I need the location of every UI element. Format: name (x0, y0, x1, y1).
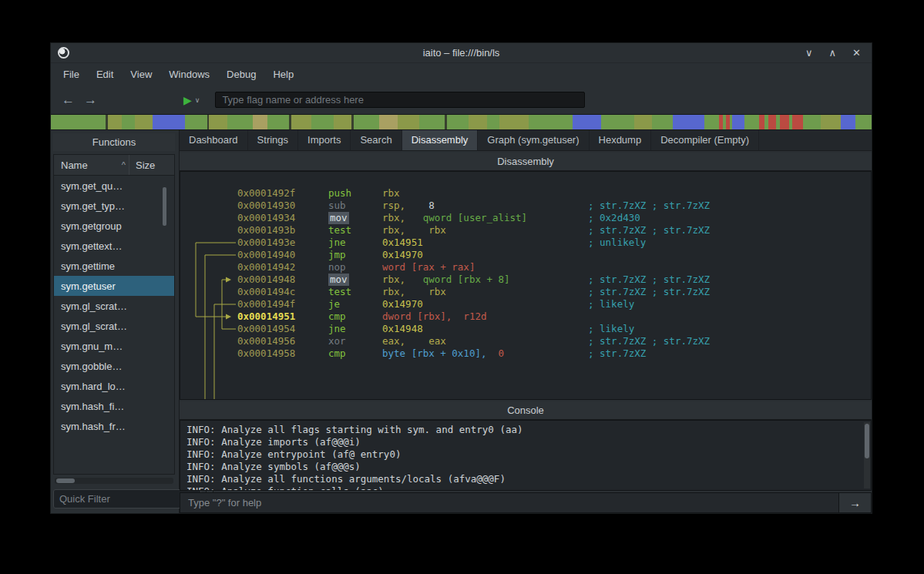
tab-search[interactable]: Search (351, 130, 402, 150)
name-column-header[interactable]: Name ^ (54, 159, 129, 171)
function-row[interactable]: sym.get_qu… (54, 176, 174, 196)
menu-item-debug[interactable]: Debug (218, 65, 264, 83)
disassembly-panel-title[interactable]: Disassembly (180, 153, 872, 171)
disasm-operands: 0x14951 (382, 237, 423, 249)
memory-map-segment (419, 115, 445, 129)
tab-bar: DashboardStringsImportsSearchDisassembly… (180, 130, 872, 151)
tab-hexdump[interactable]: Hexdump (590, 130, 652, 150)
disasm-line[interactable]: 0x00014934movrbx, qword [user_alist]; 0x… (237, 212, 871, 224)
address-search-input[interactable] (215, 92, 585, 108)
memory-map-segment (601, 115, 633, 129)
console-line: INFO: Analyze all functions arguments/lo… (186, 473, 871, 485)
console-panel-title[interactable]: Console (180, 401, 872, 420)
tab-dashboard[interactable]: Dashboard (180, 130, 248, 150)
chevron-down-icon[interactable]: ∨ (195, 96, 200, 104)
disasm-address: 0x00014956 (237, 335, 295, 347)
disasm-operand: byte [rbx + 0x10], (382, 347, 486, 359)
disasm-address: 0x00014958 (237, 347, 295, 360)
memory-map-segment (792, 115, 802, 129)
disasm-line[interactable]: 0x00014951cmpdword [rbx], r12d (237, 310, 871, 323)
disasm-address: 0x0001494f (237, 298, 295, 310)
scrollbar-handle[interactable] (56, 478, 75, 483)
disasm-line[interactable]: 0x00014958cmpbyte [rbx + 0x10], 0; str.7… (237, 347, 871, 360)
menu-item-windows[interactable]: Windows (160, 65, 218, 83)
menu-item-view[interactable]: View (122, 65, 160, 83)
tab-decompiler-empty[interactable]: Decompiler (Empty) (651, 130, 759, 150)
function-row[interactable]: sym.gettime (54, 256, 174, 276)
forward-icon[interactable]: → (84, 93, 97, 106)
disasm-operand: eax, (382, 335, 405, 347)
disasm-address: 0x0001493e (237, 237, 295, 249)
console-submit-button[interactable]: → (838, 493, 871, 512)
size-column-header[interactable]: Size (129, 159, 174, 171)
tab-strings[interactable]: Strings (248, 130, 298, 150)
function-row[interactable]: sym.getuser (54, 276, 174, 296)
memory-map-segment (855, 115, 872, 129)
function-row[interactable]: sym.gnu_m… (54, 336, 174, 356)
disasm-line[interactable]: 0x0001493btestrbx, rbx; str.7zXZ ; str.7… (237, 224, 871, 237)
disasm-operand: rbx (405, 286, 446, 297)
maximize-icon[interactable]: ∧ (829, 48, 837, 58)
functions-panel-title: Functions (53, 133, 175, 151)
functions-vertical-scrollbar[interactable] (163, 187, 166, 226)
tab-graph-sym-getuser[interactable]: Graph (sym.getuser) (478, 130, 589, 150)
disasm-mnemonic: push (328, 187, 351, 200)
disasm-line[interactable]: 0x0001492fpushrbx (237, 187, 871, 200)
function-row[interactable]: sym.gl_scrat… (54, 296, 174, 316)
memory-map-segment (499, 115, 529, 129)
functions-horizontal-scrollbar[interactable] (55, 478, 173, 484)
minimize-icon[interactable]: ∨ (805, 48, 813, 58)
disasm-line[interactable]: 0x0001493ejne0x14951; unlikely (237, 237, 871, 249)
close-icon[interactable]: ✕ (852, 48, 861, 58)
memory-map-segment (291, 115, 311, 129)
disasm-operands: rbx, qword [rbx + 8] (382, 274, 510, 286)
disasm-line[interactable]: 0x00014948movrbx, qword [rbx + 8]; str.7… (237, 274, 871, 286)
function-name: sym.getgroup (61, 220, 122, 232)
disassembly-view[interactable]: 0x0001492fpushrbx0x00014930subrsp, 8; st… (180, 171, 872, 400)
memory-map-segment (634, 115, 653, 129)
disasm-operands: dword [rbx], r12d (382, 310, 486, 323)
disasm-line[interactable]: 0x0001494fje0x14970; likely (237, 298, 871, 310)
console-scrollbar[interactable] (865, 424, 869, 458)
menu-item-edit[interactable]: Edit (88, 65, 122, 83)
disasm-operand: 8 (405, 200, 435, 211)
function-row[interactable]: sym.hash_fi… (54, 396, 174, 416)
disasm-line[interactable]: 0x00014956xoreax, eax; str.7zXZ ; str.7z… (237, 335, 871, 347)
disasm-line[interactable]: 0x00014942nopword [rax + rax] (237, 261, 871, 274)
disasm-mnemonic: jne (328, 323, 346, 335)
continue-button[interactable]: ▶ ∨ (183, 95, 200, 106)
disasm-line[interactable]: 0x0001494ctestrbx, rbx; str.7zXZ ; str.7… (237, 286, 871, 298)
disasm-line[interactable]: 0x00014940jmp0x14970 (237, 249, 871, 261)
function-row[interactable]: sym.get_typ… (54, 196, 174, 216)
titlebar: iaito – file:///bin/ls ∨ ∧ ✕ (51, 43, 872, 63)
function-row[interactable]: sym.gettext… (54, 236, 174, 256)
function-row[interactable]: sym.hash_fr… (54, 416, 174, 436)
function-row[interactable]: sym.gl_scrat… (54, 316, 174, 336)
disasm-address: 0x00014942 (237, 261, 295, 274)
memory-map-segment (227, 115, 253, 129)
memory-map-segment (732, 115, 744, 129)
memory-map-segment (744, 115, 759, 129)
menu-item-file[interactable]: File (55, 65, 88, 83)
arrow-right-icon: → (849, 496, 861, 509)
function-row[interactable]: sym.getgroup (54, 216, 174, 236)
back-icon[interactable]: ← (62, 93, 75, 106)
functions-sidebar: Functions Name ^ Size sym.get_qu…sym.get… (51, 130, 180, 513)
disasm-mnemonic: test (328, 224, 351, 237)
function-row[interactable]: sym.gobble… (54, 356, 174, 376)
toolbar: ← → ▶ ∨ (51, 86, 872, 114)
disasm-mnemonic: sub (328, 200, 346, 212)
console-view[interactable]: INFO: Analyze all flags starting with sy… (180, 420, 872, 491)
disasm-line[interactable]: 0x00014954jne0x14948; likely (237, 323, 871, 335)
tab-disassembly[interactable]: Disassembly (402, 130, 479, 150)
disasm-operand: qword [rbx + 8] (405, 274, 509, 285)
tab-imports[interactable]: Imports (298, 130, 351, 150)
disasm-address: 0x0001493b (237, 224, 295, 237)
memory-map-segment (759, 115, 765, 129)
memory-map-strip[interactable] (51, 114, 872, 130)
console-command-input[interactable] (180, 493, 838, 512)
function-name: sym.get_typ… (61, 200, 125, 212)
menu-item-help[interactable]: Help (264, 65, 302, 83)
function-row[interactable]: sym.hard_lo… (54, 376, 174, 396)
disasm-line[interactable]: 0x00014930subrsp, 8; str.7zXZ ; str.7zXZ (237, 200, 871, 212)
